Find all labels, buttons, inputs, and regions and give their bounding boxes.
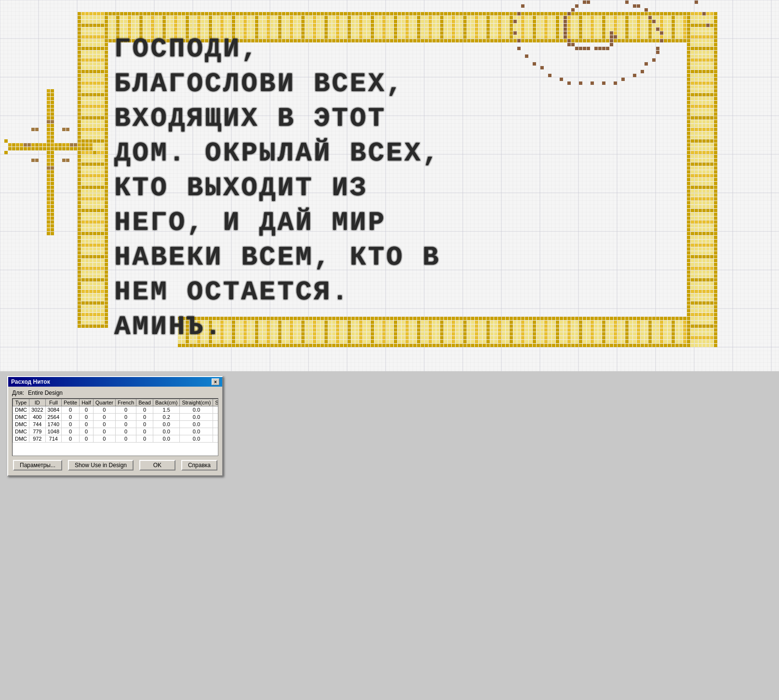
table-cell: 0 [136, 428, 153, 435]
show-use-button[interactable]: Show Use in Design [68, 460, 134, 471]
ok-button[interactable]: OK [139, 460, 175, 471]
table-cell: DMC [13, 421, 29, 428]
table-row[interactable]: DMC7791048000000.00.00.00.446 [13, 428, 219, 435]
params-button[interactable]: Параметры... [13, 460, 62, 471]
table-header: Bead [136, 399, 153, 406]
table-cell: 400 [29, 414, 45, 421]
help-button[interactable]: Справка [181, 460, 217, 471]
dialog-title: Расход Ниток [11, 378, 50, 385]
table-cell: 0 [62, 428, 80, 435]
table-cell: 0 [116, 414, 136, 421]
table-cell: 0 [80, 421, 94, 428]
table-cell: 0 [80, 406, 94, 414]
table-cell: 0.0 [180, 435, 213, 443]
table-cell: DMC [13, 406, 29, 414]
table-cell: 0 [62, 406, 80, 414]
table-cell: 0 [136, 414, 153, 421]
table-header: Petite [62, 399, 80, 406]
for-value: Entire Design [28, 390, 63, 396]
table-cell: 0 [62, 435, 80, 443]
table-cell: 0 [93, 421, 115, 428]
table-row[interactable]: DMC4002564000000.20.00.01.032 [13, 414, 219, 421]
table-cell: 0.0 [180, 414, 213, 421]
table-cell: 0 [116, 428, 136, 435]
table-row[interactable]: DMC30223084000001.50.01.81.315 [13, 406, 219, 414]
table-cell: 0.0 [213, 435, 218, 443]
table-cell: 3084 [45, 406, 61, 414]
dialog-content: Для: Entire Design TypeIDFullPetiteHalfQ… [8, 387, 222, 475]
table-cell: 0 [116, 406, 136, 414]
table-cell: 0 [80, 435, 94, 443]
table-cell: 0 [93, 406, 115, 414]
table-header: ID [29, 399, 45, 406]
table-cell: DMC [13, 428, 29, 435]
table-header: Full [45, 399, 61, 406]
cross-stitch-canvas [0, 0, 779, 371]
table-cell: 779 [29, 428, 45, 435]
table-cell: 0.0 [213, 428, 218, 435]
for-label: Для: [12, 390, 24, 396]
table-header: French [116, 399, 136, 406]
table-cell: 0 [136, 435, 153, 443]
table-cell: 0.0 [180, 406, 213, 414]
table-cell: 1.8 [213, 406, 218, 414]
table-header: Spec.(cm) [213, 399, 218, 406]
table-cell: 0 [62, 421, 80, 428]
table-cell: 0.0 [180, 428, 213, 435]
table-cell: 0.0 [213, 421, 218, 428]
table-cell: 2564 [45, 414, 61, 421]
table-cell: 0 [62, 414, 80, 421]
table-cell: 0 [80, 414, 94, 421]
table-cell: 1740 [45, 421, 61, 428]
table-cell: 0 [136, 406, 153, 414]
embroidery-canvas [0, 0, 779, 371]
table-header: Half [80, 399, 94, 406]
table-cell: DMC [13, 435, 29, 443]
table-cell: 744 [29, 421, 45, 428]
table-cell: 0 [93, 435, 115, 443]
thread-table-container[interactable]: TypeIDFullPetiteHalfQuarterFrenchBeadBac… [12, 398, 218, 456]
table-body: DMC30223084000001.50.01.81.315DMC4002564… [13, 406, 219, 443]
table-cell: 0 [93, 428, 115, 435]
table-cell: 0 [116, 421, 136, 428]
thread-table: TypeIDFullPetiteHalfQuarterFrenchBeadBac… [13, 399, 218, 443]
table-cell: 0.2 [153, 414, 179, 421]
table-cell: 0.0 [153, 428, 179, 435]
table-cell: 3022 [29, 406, 45, 414]
table-row[interactable]: DMC7441740000000.00.00.00.741 [13, 421, 219, 428]
table-header: Type [13, 399, 29, 406]
table-cell: 0 [93, 414, 115, 421]
table-cell: 0.0 [213, 414, 218, 421]
table-cell: 1048 [45, 428, 61, 435]
for-row: Для: Entire Design [12, 390, 218, 396]
table-header: Quarter [93, 399, 115, 406]
table-cell: 972 [29, 435, 45, 443]
thread-usage-dialog: Расход Ниток × Для: Entire Design TypeID… [7, 376, 223, 476]
table-cell: 0.0 [180, 421, 213, 428]
table-cell: DMC [13, 414, 29, 421]
table-header-row: TypeIDFullPetiteHalfQuarterFrenchBeadBac… [13, 399, 219, 406]
table-cell: 1.5 [153, 406, 179, 414]
close-button[interactable]: × [212, 378, 219, 385]
table-cell: 714 [45, 435, 61, 443]
table-cell: 0 [80, 428, 94, 435]
table-cell: 0.0 [153, 435, 179, 443]
table-cell: 0.0 [153, 421, 179, 428]
table-header: Back(cm) [153, 399, 179, 406]
table-header: Straight(cm) [180, 399, 213, 406]
dialog-buttons-row: Параметры... Show Use in Design OK Справ… [12, 458, 218, 472]
table-cell: 0 [136, 421, 153, 428]
table-row[interactable]: DMC972714000000.00.00.00.304 [13, 435, 219, 443]
dialog-titlebar: Расход Ниток × [8, 377, 222, 387]
table-cell: 0 [116, 435, 136, 443]
